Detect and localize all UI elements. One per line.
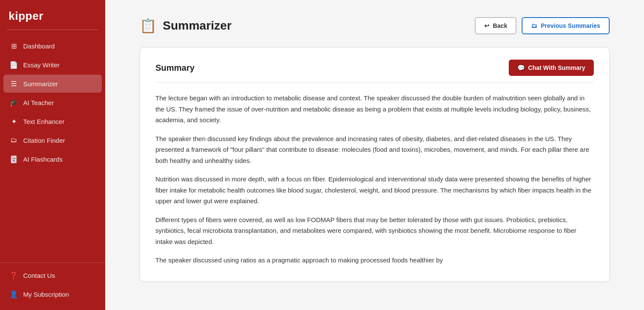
summary-card-header: Summary 💬 Chat With Summary [155, 60, 594, 82]
sidebar-nav: ⊞ Dashboard 📄 Essay Writer ☰ Summarizer … [0, 35, 105, 262]
back-button-label: Back [493, 22, 507, 29]
sidebar-item-label-ai-teacher: AI Teacher [23, 99, 54, 106]
sidebar-item-summarizer[interactable]: ☰ Summarizer [3, 75, 102, 93]
sidebar-item-my-subscription[interactable]: 👤 My Subscription [3, 285, 102, 303]
sidebar-bottom: ❓ Contact Us 👤 My Subscription [0, 262, 105, 310]
previous-summaries-label: Previous Summaries [541, 22, 600, 29]
contact-us-icon: ❓ [9, 271, 18, 280]
sidebar-item-label-essay-writer: Essay Writer [23, 61, 60, 69]
header-buttons: ↩ Back 🗂 Previous Summaries [475, 17, 610, 34]
dashboard-icon: ⊞ [9, 42, 18, 50]
sidebar-item-essay-writer[interactable]: 📄 Essay Writer [3, 56, 102, 74]
summary-card: Summary 💬 Chat With Summary The lecture … [140, 47, 610, 282]
sidebar-item-label-text-enhancer: Text Enhancer [23, 118, 64, 125]
chat-icon: 💬 [517, 64, 525, 71]
page-header: 📋 Summarizer ↩ Back 🗂 Previous Summaries [140, 17, 610, 34]
sidebar-item-label-dashboard: Dashboard [23, 42, 55, 50]
back-arrow-icon: ↩ [484, 22, 489, 29]
summary-title: Summary [155, 63, 194, 73]
summary-paragraph: Nutrition was discussed in more depth, w… [155, 174, 594, 207]
back-button[interactable]: ↩ Back [475, 17, 516, 34]
previous-summaries-button[interactable]: 🗂 Previous Summaries [522, 17, 610, 34]
ai-flashcards-icon: 🃏 [9, 155, 18, 163]
sidebar-item-label-citation-finder: Citation Finder [23, 137, 65, 144]
sidebar-item-label-my-subscription: My Subscription [23, 291, 69, 298]
sidebar-item-ai-teacher[interactable]: 🎓 AI Teacher [3, 93, 102, 111]
text-enhancer-icon: ✦ [9, 117, 18, 126]
chat-with-summary-button[interactable]: 💬 Chat With Summary [509, 60, 594, 76]
summarizer-icon: ☰ [9, 79, 18, 88]
sidebar-item-citation-finder[interactable]: 🗂 Citation Finder [3, 131, 102, 149]
summary-paragraph: The speaker discussed using ratios as a … [155, 255, 594, 266]
summary-paragraph: The speaker then discussed key findings … [155, 133, 594, 166]
summary-body: The lecture began with an introduction t… [155, 93, 594, 266]
summarizer-icon: 📋 [140, 18, 157, 34]
sidebar-item-label-contact-us: Contact Us [23, 272, 55, 279]
main-content: 📋 Summarizer ↩ Back 🗂 Previous Summaries… [105, 0, 644, 310]
page-title: Summarizer [163, 19, 231, 33]
sidebar-item-label-ai-flashcards: AI Flashcards [23, 156, 63, 163]
folder-icon: 🗂 [531, 22, 537, 29]
sidebar-item-dashboard[interactable]: ⊞ Dashboard [3, 37, 102, 55]
summary-paragraph: Different types of fibers were covered, … [155, 214, 594, 247]
my-subscription-icon: 👤 [9, 290, 18, 298]
summary-paragraph: The lecture began with an introduction t… [155, 93, 594, 126]
sidebar: kipper ⊞ Dashboard 📄 Essay Writer ☰ Summ… [0, 0, 105, 310]
citation-finder-icon: 🗂 [9, 136, 18, 144]
app-logo: kipper [0, 0, 105, 30]
sidebar-item-ai-flashcards[interactable]: 🃏 AI Flashcards [3, 150, 102, 168]
sidebar-item-text-enhancer[interactable]: ✦ Text Enhancer [3, 112, 102, 130]
sidebar-divider [7, 30, 98, 30]
sidebar-item-contact-us[interactable]: ❓ Contact Us [3, 266, 102, 284]
page-title-area: 📋 Summarizer [140, 18, 231, 34]
chat-button-label: Chat With Summary [528, 64, 585, 71]
essay-writer-icon: 📄 [9, 60, 18, 69]
ai-teacher-icon: 🎓 [9, 98, 18, 107]
sidebar-item-label-summarizer: Summarizer [23, 80, 58, 87]
